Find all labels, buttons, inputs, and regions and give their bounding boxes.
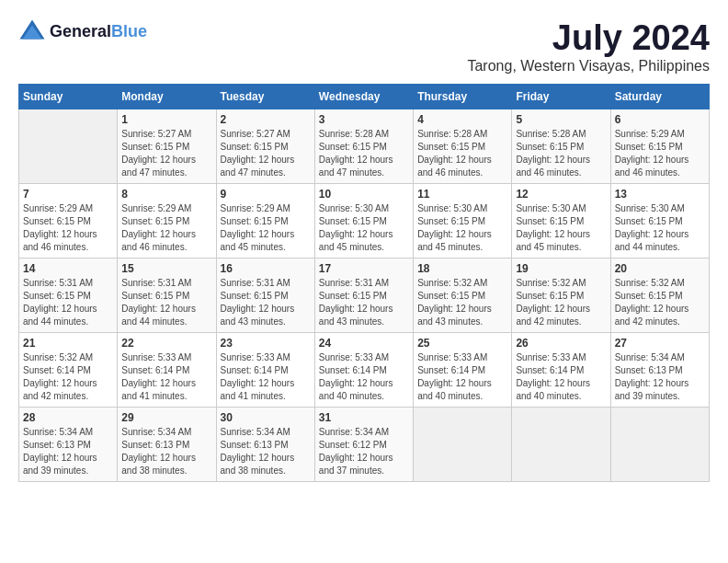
- day-header-tuesday: Tuesday: [216, 85, 314, 109]
- calendar-cell: [414, 408, 512, 482]
- day-info: Sunrise: 5:33 AM Sunset: 6:14 PM Dayligh…: [319, 351, 409, 403]
- calendar-week-3: 14Sunrise: 5:31 AM Sunset: 6:15 PM Dayli…: [19, 259, 710, 333]
- calendar-week-4: 21Sunrise: 5:32 AM Sunset: 6:14 PM Dayli…: [19, 333, 710, 408]
- day-info: Sunrise: 5:32 AM Sunset: 6:15 PM Dayligh…: [417, 277, 507, 328]
- day-number: 31: [319, 411, 409, 424]
- day-info: Sunrise: 5:30 AM Sunset: 6:15 PM Dayligh…: [615, 202, 705, 254]
- calendar-cell: 24Sunrise: 5:33 AM Sunset: 6:14 PM Dayli…: [314, 333, 413, 408]
- day-info: Sunrise: 5:29 AM Sunset: 6:15 PM Dayligh…: [221, 202, 311, 254]
- day-number: 4: [417, 113, 507, 126]
- logo-icon: [18, 18, 46, 46]
- calendar-cell: 17Sunrise: 5:31 AM Sunset: 6:15 PM Dayli…: [314, 259, 413, 333]
- calendar-cell: 11Sunrise: 5:30 AM Sunset: 6:15 PM Dayli…: [414, 184, 512, 259]
- calendar-cell: 31Sunrise: 5:34 AM Sunset: 6:12 PM Dayli…: [314, 408, 413, 482]
- day-info: Sunrise: 5:29 AM Sunset: 6:15 PM Dayligh…: [23, 202, 113, 254]
- day-info: Sunrise: 5:33 AM Sunset: 6:14 PM Dayligh…: [221, 351, 311, 403]
- day-number: 6: [615, 113, 705, 126]
- day-info: Sunrise: 5:31 AM Sunset: 6:15 PM Dayligh…: [23, 277, 113, 328]
- day-number: 8: [121, 188, 211, 201]
- day-number: 14: [23, 262, 113, 275]
- day-info: Sunrise: 5:27 AM Sunset: 6:15 PM Dayligh…: [121, 128, 211, 179]
- day-info: Sunrise: 5:29 AM Sunset: 6:15 PM Dayligh…: [121, 202, 211, 254]
- day-info: Sunrise: 5:30 AM Sunset: 6:15 PM Dayligh…: [516, 202, 606, 254]
- day-number: 9: [221, 188, 311, 201]
- day-info: Sunrise: 5:34 AM Sunset: 6:12 PM Dayligh…: [319, 426, 409, 477]
- calendar-header-row: SundayMondayTuesdayWednesdayThursdayFrid…: [19, 85, 710, 109]
- day-header-saturday: Saturday: [610, 85, 709, 109]
- day-number: 23: [221, 337, 311, 350]
- day-number: 27: [615, 337, 705, 350]
- calendar-cell: [512, 408, 610, 482]
- day-info: Sunrise: 5:34 AM Sunset: 6:13 PM Dayligh…: [121, 426, 211, 477]
- day-number: 26: [516, 337, 606, 350]
- day-info: Sunrise: 5:30 AM Sunset: 6:15 PM Dayligh…: [417, 202, 507, 254]
- day-info: Sunrise: 5:32 AM Sunset: 6:14 PM Dayligh…: [23, 351, 113, 403]
- calendar-cell: 1Sunrise: 5:27 AM Sunset: 6:15 PM Daylig…: [118, 109, 216, 184]
- day-info: Sunrise: 5:28 AM Sunset: 6:15 PM Dayligh…: [417, 128, 507, 179]
- day-number: 15: [121, 262, 211, 275]
- calendar-cell: 19Sunrise: 5:32 AM Sunset: 6:15 PM Dayli…: [512, 259, 610, 333]
- calendar-week-1: 1Sunrise: 5:27 AM Sunset: 6:15 PM Daylig…: [19, 109, 710, 184]
- calendar-cell: 20Sunrise: 5:32 AM Sunset: 6:15 PM Dayli…: [610, 259, 709, 333]
- day-number: 17: [319, 262, 409, 275]
- day-number: 2: [221, 113, 311, 126]
- calendar-cell: 9Sunrise: 5:29 AM Sunset: 6:15 PM Daylig…: [216, 184, 314, 259]
- calendar-cell: 10Sunrise: 5:30 AM Sunset: 6:15 PM Dayli…: [314, 184, 413, 259]
- day-number: 12: [516, 188, 606, 201]
- day-number: 13: [615, 188, 705, 201]
- day-info: Sunrise: 5:32 AM Sunset: 6:15 PM Dayligh…: [516, 277, 606, 328]
- calendar-cell: 23Sunrise: 5:33 AM Sunset: 6:14 PM Dayli…: [216, 333, 314, 408]
- day-number: 24: [319, 337, 409, 350]
- day-info: Sunrise: 5:29 AM Sunset: 6:15 PM Dayligh…: [615, 128, 705, 179]
- day-info: Sunrise: 5:33 AM Sunset: 6:14 PM Dayligh…: [121, 351, 211, 403]
- main-title: July 2024: [467, 18, 710, 58]
- day-number: 10: [319, 188, 409, 201]
- day-info: Sunrise: 5:32 AM Sunset: 6:15 PM Dayligh…: [615, 277, 705, 328]
- calendar-cell: 30Sunrise: 5:34 AM Sunset: 6:13 PM Dayli…: [216, 408, 314, 482]
- day-number: 11: [417, 188, 507, 201]
- day-info: Sunrise: 5:33 AM Sunset: 6:14 PM Dayligh…: [417, 351, 507, 403]
- subtitle: Tarong, Western Visayas, Philippines: [467, 58, 710, 75]
- day-info: Sunrise: 5:34 AM Sunset: 6:13 PM Dayligh…: [23, 426, 113, 477]
- day-number: 29: [121, 411, 211, 424]
- day-number: 20: [615, 262, 705, 275]
- day-number: 16: [221, 262, 311, 275]
- day-number: 1: [121, 113, 211, 126]
- calendar-cell: 6Sunrise: 5:29 AM Sunset: 6:15 PM Daylig…: [610, 109, 709, 184]
- day-info: Sunrise: 5:28 AM Sunset: 6:15 PM Dayligh…: [319, 128, 409, 179]
- day-header-wednesday: Wednesday: [314, 85, 413, 109]
- calendar-cell: 21Sunrise: 5:32 AM Sunset: 6:14 PM Dayli…: [19, 333, 118, 408]
- header: GeneralBlue July 2024 Tarong, Western Vi…: [18, 18, 710, 75]
- calendar-cell: 26Sunrise: 5:33 AM Sunset: 6:14 PM Dayli…: [512, 333, 610, 408]
- title-block: July 2024 Tarong, Western Visayas, Phili…: [467, 18, 710, 75]
- calendar-cell: [19, 109, 118, 184]
- logo-text: GeneralBlue: [50, 23, 147, 41]
- calendar-cell: 16Sunrise: 5:31 AM Sunset: 6:15 PM Dayli…: [216, 259, 314, 333]
- day-info: Sunrise: 5:34 AM Sunset: 6:13 PM Dayligh…: [221, 426, 311, 477]
- day-info: Sunrise: 5:31 AM Sunset: 6:15 PM Dayligh…: [319, 277, 409, 328]
- day-info: Sunrise: 5:33 AM Sunset: 6:14 PM Dayligh…: [516, 351, 606, 403]
- calendar-cell: 28Sunrise: 5:34 AM Sunset: 6:13 PM Dayli…: [19, 408, 118, 482]
- calendar-cell: 3Sunrise: 5:28 AM Sunset: 6:15 PM Daylig…: [314, 109, 413, 184]
- day-number: 5: [516, 113, 606, 126]
- day-number: 28: [23, 411, 113, 424]
- calendar-week-5: 28Sunrise: 5:34 AM Sunset: 6:13 PM Dayli…: [19, 408, 710, 482]
- calendar-cell: 8Sunrise: 5:29 AM Sunset: 6:15 PM Daylig…: [118, 184, 216, 259]
- day-info: Sunrise: 5:27 AM Sunset: 6:15 PM Dayligh…: [221, 128, 311, 179]
- day-header-sunday: Sunday: [19, 85, 118, 109]
- day-number: 3: [319, 113, 409, 126]
- calendar-cell: 29Sunrise: 5:34 AM Sunset: 6:13 PM Dayli…: [118, 408, 216, 482]
- day-number: 21: [23, 337, 113, 350]
- calendar-cell: 5Sunrise: 5:28 AM Sunset: 6:15 PM Daylig…: [512, 109, 610, 184]
- day-info: Sunrise: 5:28 AM Sunset: 6:15 PM Dayligh…: [516, 128, 606, 179]
- calendar-cell: 22Sunrise: 5:33 AM Sunset: 6:14 PM Dayli…: [118, 333, 216, 408]
- day-info: Sunrise: 5:34 AM Sunset: 6:13 PM Dayligh…: [615, 351, 705, 403]
- calendar-cell: 13Sunrise: 5:30 AM Sunset: 6:15 PM Dayli…: [610, 184, 709, 259]
- calendar-cell: 12Sunrise: 5:30 AM Sunset: 6:15 PM Dayli…: [512, 184, 610, 259]
- calendar-cell: 4Sunrise: 5:28 AM Sunset: 6:15 PM Daylig…: [414, 109, 512, 184]
- day-number: 7: [23, 188, 113, 201]
- calendar-cell: 14Sunrise: 5:31 AM Sunset: 6:15 PM Dayli…: [19, 259, 118, 333]
- calendar-cell: 15Sunrise: 5:31 AM Sunset: 6:15 PM Dayli…: [118, 259, 216, 333]
- calendar-cell: 2Sunrise: 5:27 AM Sunset: 6:15 PM Daylig…: [216, 109, 314, 184]
- calendar-table: SundayMondayTuesdayWednesdayThursdayFrid…: [18, 84, 710, 482]
